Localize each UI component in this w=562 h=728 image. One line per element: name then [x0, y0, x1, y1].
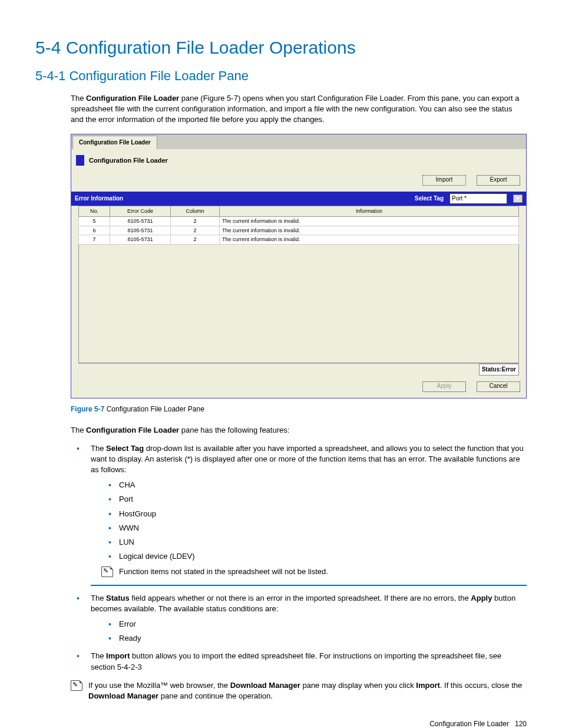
list-item: WWN — [91, 523, 527, 533]
chevron-down-icon[interactable]: ▼ — [513, 195, 523, 203]
heading-2: 5-4-1 Configuration File Loader Pane — [35, 67, 527, 85]
status-field: Status:Error — [479, 364, 519, 375]
feature-status: The Status field appears whether or not … — [71, 593, 527, 644]
import-button[interactable]: Import — [422, 175, 466, 186]
figure-caption: Figure 5-7 Configuration File Loader Pan… — [71, 404, 527, 414]
intro-paragraph: The Configuration File Loader pane (Figu… — [71, 93, 527, 126]
features-intro: The Configuration File Loader pane has t… — [71, 425, 527, 436]
apply-button: Apply — [422, 381, 466, 392]
table-row: 58105-57312The current information is in… — [79, 216, 519, 226]
cancel-button[interactable]: Cancel — [477, 381, 520, 392]
table-row: 68105-57312The current information is in… — [79, 226, 519, 235]
select-tag-dropdown[interactable]: Port * — [449, 193, 507, 204]
list-item: HostGroup — [91, 509, 527, 519]
list-item: LUN — [91, 537, 527, 548]
note-icon — [101, 566, 113, 577]
list-item: Error — [91, 619, 527, 630]
list-item: Ready — [91, 633, 527, 644]
pane-title: Configuration File Loader — [89, 156, 168, 165]
export-button[interactable]: Export — [477, 175, 520, 186]
list-item: Logical device (LDEV) — [91, 551, 527, 562]
feature-import: The Import button allows you to import t… — [71, 651, 527, 672]
note-icon — [71, 680, 82, 691]
error-info-label: Error Information — [75, 195, 123, 203]
heading-1: 5-4 Configuration File Loader Operations — [35, 35, 527, 60]
list-item: CHA — [91, 480, 527, 490]
select-tag-label: Select Tag — [415, 195, 444, 203]
feature-select-tag: The Select Tag drop-down list is availab… — [71, 443, 527, 586]
list-item: Port — [91, 494, 527, 505]
note-text: If you use the Mozilla™ web browser, the… — [88, 680, 527, 701]
note-text: Function items not stated in the spreads… — [119, 566, 328, 577]
title-icon — [76, 155, 84, 166]
figure-screenshot: Configuration File Loader Configuration … — [71, 134, 527, 398]
page-footer: Configuration File Loader 120 — [35, 719, 527, 728]
error-table: No. Error Code Column Information 58105-… — [78, 206, 519, 244]
tab-config-loader[interactable]: Configuration File Loader — [72, 136, 157, 149]
table-row: 78105-57312The current information is in… — [79, 235, 519, 245]
